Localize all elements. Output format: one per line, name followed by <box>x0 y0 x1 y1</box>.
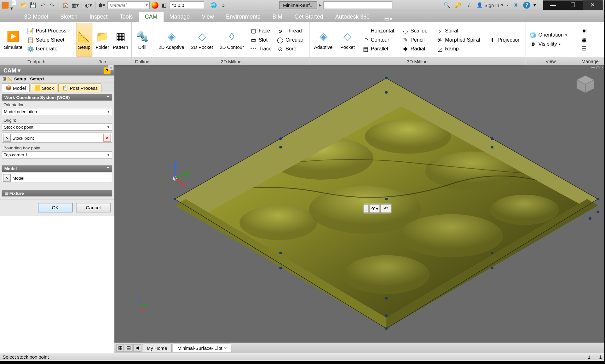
tab-sketch[interactable]: Sketch <box>54 12 84 22</box>
setup-button[interactable]: 📐 Setup <box>76 23 92 57</box>
slot-button[interactable]: ▭Slot <box>248 35 274 44</box>
setup-breadcrumb[interactable]: ⊞ 📐 Setup : Setup1 <box>0 76 114 83</box>
axis-triad[interactable]: Z Y X <box>166 160 188 182</box>
maximize-button[interactable]: ❐ <box>563 0 583 10</box>
pattern-button[interactable]: ▦ Pattern <box>112 23 129 57</box>
generate-button[interactable]: ⚙️Generate <box>26 44 70 53</box>
tab-post-process[interactable]: 📋Post Process <box>59 83 102 92</box>
tab-cam[interactable]: CAM <box>139 12 164 22</box>
favorite-icon[interactable]: ☆ <box>465 1 473 9</box>
tile-view-icon[interactable]: ▦ <box>116 344 124 352</box>
thread-button[interactable]: ⌀Thread <box>275 26 305 35</box>
orientation-select[interactable]: Model orientation▼ <box>2 108 112 115</box>
morphed-spiral-button[interactable]: ֍Morphed Spiral <box>435 35 486 44</box>
drill-button[interactable]: 🔩 Drill <box>134 23 150 57</box>
qat-select-icon[interactable]: ▦▾ <box>71 1 79 9</box>
qat-more-icon[interactable]: » <box>219 1 227 9</box>
ribbon-collapse-icon[interactable]: ▭▾ <box>384 15 392 22</box>
model-picker[interactable]: ↖ Model <box>2 173 112 183</box>
exchange-icon[interactable]: X <box>512 1 520 9</box>
manage-btn-3[interactable]: ☰ <box>579 44 589 53</box>
close-button[interactable]: ✕ <box>583 0 603 10</box>
scallop-button[interactable]: ◡Scallop <box>400 26 433 35</box>
2d-pocket-button[interactable]: ◇2D Pocket <box>189 23 216 57</box>
manage-btn-2[interactable]: ▦ <box>579 35 589 44</box>
viewport-window-controls[interactable]: — ▢ × <box>591 65 604 70</box>
circular-button[interactable]: ◯Circular <box>275 35 305 44</box>
tab-inspect[interactable]: Inspect <box>84 12 114 22</box>
trace-button[interactable]: 〰Trace <box>248 44 274 53</box>
qat-appearance-icon[interactable]: ⬢▾ <box>98 1 106 9</box>
title-search-input[interactable] <box>324 1 393 9</box>
parallel-button[interactable]: ▤Parallel <box>360 44 398 53</box>
qat-new-icon[interactable]: 📄▾ <box>10 1 18 9</box>
color-swatch-icon[interactable] <box>152 2 158 9</box>
tab-stock[interactable]: 🟨Stock <box>31 83 58 92</box>
qat-material-icon[interactable]: ◐▾ <box>85 1 93 9</box>
2d-adaptive-button[interactable]: ◈2D Adaptive <box>156 23 187 57</box>
horizontal-button[interactable]: ≡Horizontal <box>360 26 398 35</box>
toolbar-undo-button[interactable]: ↶ <box>381 204 391 213</box>
pick-icon[interactable]: ↖ <box>3 134 11 142</box>
wcs-section-header[interactable]: Work Coordinate System (WCS)⌃ <box>2 94 112 101</box>
qat-open-icon[interactable]: 📂 <box>20 1 28 9</box>
pencil-button[interactable]: ✎Pencil <box>400 35 433 44</box>
simulate-button[interactable]: ▶️ Simulate <box>3 23 24 57</box>
3d-adaptive-button[interactable]: ◈Adaptive <box>312 23 335 57</box>
manage-btn-1[interactable]: ▣ <box>579 26 589 35</box>
tab-get-started[interactable]: Get Started <box>288 12 329 22</box>
key-icon[interactable]: 🔑 <box>454 1 462 9</box>
material-dropdown[interactable]: Material▾ <box>107 1 150 9</box>
tab-view[interactable]: View <box>196 12 220 22</box>
qat-home-icon[interactable]: 🏠 <box>62 1 70 9</box>
tab-3d-model[interactable]: 3D Model <box>18 12 55 22</box>
model-section-header[interactable]: Model⌃ <box>2 165 112 172</box>
delete-stock-point-button[interactable]: ✕ <box>103 134 111 142</box>
bore-button[interactable]: ⊙Bore <box>275 44 305 53</box>
spiral-button[interactable]: ჻Spiral <box>435 26 486 35</box>
ramp-button[interactable]: ◿Ramp <box>435 44 486 53</box>
search-icon[interactable]: 🔍 <box>443 1 451 9</box>
toolbar-grip[interactable]: ⋮ <box>364 204 369 213</box>
sign-in-button[interactable]: 👤 Sign In ▾ <box>477 2 504 8</box>
minimize-button[interactable]: — <box>543 0 563 10</box>
folder-button[interactable]: 📁 Folder <box>94 23 111 57</box>
qat-shade-icon[interactable]: ◧ <box>160 1 168 9</box>
fixture-section-header[interactable]: ▤ Fixture <box>2 190 112 197</box>
contour-button[interactable]: ◠Contour <box>360 35 398 44</box>
visibility-button[interactable]: 👁Visibility▾ <box>528 40 569 48</box>
qat-undo-icon[interactable]: ↶ <box>39 1 47 9</box>
tab-bim[interactable]: BIM <box>266 12 288 22</box>
ok-button[interactable]: OK <box>38 203 73 212</box>
panel-close-icon[interactable]: × <box>108 65 113 70</box>
setup-sheet-button[interactable]: 📋Setup Sheet <box>26 35 70 44</box>
coordinates-input[interactable]: *0,0,0 <box>170 1 204 9</box>
doc-tab-file[interactable]: Minimal-Surface-...ipt× <box>173 344 232 352</box>
nav-left-icon[interactable]: ◀ <box>133 344 141 352</box>
stock-point-picker[interactable]: ↖ Stock point ✕ <box>2 133 112 143</box>
3d-viewport[interactable]: — ▢ × <box>114 65 604 353</box>
help-icon[interactable]: ? <box>523 2 530 9</box>
origin-select[interactable]: Stock box point▼ <box>2 124 112 131</box>
tab-model[interactable]: 📦Model <box>2 83 30 92</box>
post-process-button[interactable]: 📝Post Process <box>26 26 70 35</box>
doc-tab-home[interactable]: My Home <box>142 344 172 352</box>
radial-button[interactable]: ✱Radial <box>400 44 433 53</box>
toolbar-inspect-button[interactable]: 👁▾ <box>370 204 380 213</box>
orientation-button[interactable]: 🧊Orientation▾ <box>528 31 569 39</box>
3d-pocket-button[interactable]: ◇Pocket <box>336 23 359 57</box>
cancel-button[interactable]: Cancel <box>76 203 111 212</box>
face-button[interactable]: ▢Face <box>248 26 274 35</box>
2d-contour-button[interactable]: ◊2D Contour <box>217 23 246 57</box>
tab-close-icon[interactable]: × <box>224 345 227 350</box>
tab-tools[interactable]: Tools <box>114 12 139 22</box>
tab-manage[interactable]: Manage <box>164 12 196 22</box>
qat-save-icon[interactable]: 💾 <box>29 1 37 9</box>
tab-autodesk-360[interactable]: Autodesk 360 <box>329 12 376 22</box>
bbox-select[interactable]: Top corner 1▼ <box>2 151 112 159</box>
qat-measure-icon[interactable]: 🌐 <box>210 1 218 9</box>
grid-view-icon[interactable]: ▤ <box>125 344 133 352</box>
qat-redo-icon[interactable]: ↷ <box>48 1 56 9</box>
tab-environments[interactable]: Environments <box>220 12 266 22</box>
projection-button[interactable]: ⬇Projection <box>487 35 522 44</box>
